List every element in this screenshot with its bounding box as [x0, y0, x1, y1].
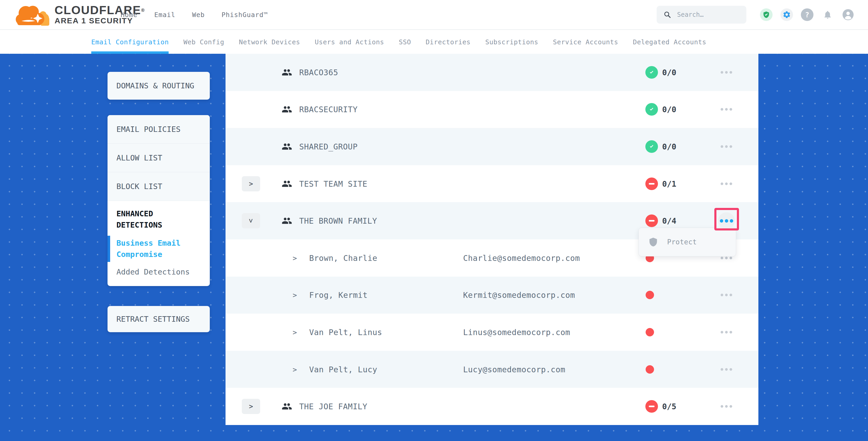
status-dot-blocked	[646, 291, 654, 299]
table-row: RBACSECURITY 0/0	[225, 91, 758, 128]
nav-web[interactable]: Web	[192, 11, 205, 19]
person-name: Van Pelt, Linus	[309, 327, 382, 337]
status-badge-ok	[645, 140, 658, 153]
tab-service-accounts[interactable]: Service Accounts	[553, 30, 618, 54]
shield-icon	[648, 237, 658, 247]
nav-home[interactable]: Home	[121, 11, 137, 19]
table-row: SHARED_GROUP 0/0	[225, 128, 758, 165]
search-input[interactable]	[677, 11, 743, 18]
status-dot-blocked	[646, 328, 654, 336]
tab-email-configuration[interactable]: Email Configuration	[91, 30, 168, 54]
tab-directories[interactable]: Directories	[426, 30, 470, 54]
sidebar-item-email-policies[interactable]: EMAIL POLICIES	[107, 115, 210, 144]
group-name: THE JOE FAMILY	[299, 402, 367, 411]
top-nav: Home Email Web PhishGuard™	[121, 0, 268, 29]
status-badge-ok	[645, 103, 658, 116]
group-name: SHARED_GROUP	[299, 142, 358, 151]
tab-web-config[interactable]: Web Config	[183, 30, 224, 54]
sidebar-policies-card: EMAIL POLICIES ALLOW LIST BLOCK LIST ENH…	[107, 115, 210, 286]
group-name: RBACO365	[299, 68, 338, 77]
sidebar-item-business-email-compromise[interactable]: Business Email Compromise	[117, 238, 198, 260]
group-icon	[282, 216, 292, 226]
status-badge-blocked	[645, 400, 658, 413]
protected-count: 0/4	[662, 216, 676, 225]
group-icon	[282, 141, 292, 152]
sidebar-enhanced-detections-title[interactable]: ENHANCED DETECTIONS	[117, 208, 198, 231]
tab-bar: Email Configuration Web Config Network D…	[0, 30, 868, 54]
sidebar-item-block-list[interactable]: BLOCK LIST	[107, 172, 210, 201]
row-menu-button[interactable]	[721, 145, 732, 148]
table-row: > THE JOE FAMILY 0/5	[225, 388, 758, 425]
expand-row-button[interactable]: >	[242, 176, 260, 191]
menu-item-protect[interactable]: Protect	[667, 238, 697, 246]
chevron-right-icon: >	[293, 328, 297, 336]
person-name: Van Pelt, Lucy	[309, 365, 377, 374]
sidebar-retract-settings-label: RETRACT SETTINGS	[117, 315, 190, 323]
status-badge-blocked	[645, 215, 658, 227]
tabs: Email Configuration Web Config Network D…	[91, 30, 706, 54]
header-icon-group: ?	[760, 0, 855, 29]
chevron-right-icon: >	[293, 254, 297, 262]
table-row: > Frog, Kermit Kermit@somedemocorp.com	[225, 277, 758, 314]
table-row: > Van Pelt, Lucy Lucy@somedemocorp.com	[225, 351, 758, 388]
protected-count: 0/0	[662, 142, 676, 151]
sidebar-block-list-label: BLOCK LIST	[117, 182, 162, 191]
search-box[interactable]	[657, 6, 746, 24]
status-badge-blocked	[645, 178, 658, 190]
table-row: > Van Pelt, Linus Linus@somedemocorp.com	[225, 314, 758, 351]
highlight-box	[714, 208, 739, 230]
group-icon	[282, 104, 292, 115]
shield-check-icon[interactable]	[760, 8, 773, 21]
groups-table: RBACO365 0/0 RBACSECURITY 0/0 SHARED_GRO…	[225, 54, 758, 425]
collapse-row-button[interactable]: >	[242, 213, 260, 228]
row-menu-button[interactable]	[721, 405, 732, 408]
person-email: Linus@somedemocorp.com	[463, 327, 570, 337]
row-context-menu: Protect	[639, 228, 736, 256]
bell-icon[interactable]	[821, 8, 834, 21]
group-icon	[282, 67, 292, 77]
chevron-right-icon: >	[293, 365, 297, 373]
sidebar-item-added-detections[interactable]: Added Detections	[117, 266, 198, 278]
sidebar-allow-list-label: ALLOW LIST	[117, 153, 162, 162]
group-name: RBACSECURITY	[299, 105, 358, 114]
search-icon	[663, 11, 671, 19]
protected-count: 0/0	[662, 105, 676, 114]
sidebar-item-retract-settings[interactable]: RETRACT SETTINGS	[107, 306, 210, 332]
person-email: Charlie@somedemocorp.com	[463, 253, 580, 262]
row-menu-button[interactable]	[721, 108, 732, 111]
help-icon[interactable]: ?	[801, 8, 813, 21]
table-row: > TEST TEAM SITE 0/1	[225, 165, 758, 202]
protected-count: 0/0	[662, 68, 676, 77]
nav-phishguard[interactable]: PhishGuard™	[222, 11, 268, 19]
person-email: Lucy@somedemocorp.com	[463, 365, 565, 374]
tab-subscriptions[interactable]: Subscriptions	[485, 30, 538, 54]
person-email: Kermit@somedemocorp.com	[463, 290, 575, 300]
table-row: RBACO365 0/0	[225, 54, 758, 91]
row-menu-button[interactable]	[721, 331, 732, 334]
row-menu-button[interactable]	[721, 257, 732, 259]
app-header: CLOUDFLARE® AREA 1 SECURITY Home Email W…	[0, 0, 868, 30]
sidebar-item-allow-list[interactable]: ALLOW LIST	[107, 144, 210, 172]
chevron-right-icon: >	[249, 180, 253, 187]
nav-email[interactable]: Email	[154, 11, 175, 19]
row-menu-button[interactable]	[721, 294, 732, 296]
tab-users-and-actions[interactable]: Users and Actions	[315, 30, 384, 54]
app-screen: CLOUDFLARE® AREA 1 SECURITY Home Email W…	[0, 0, 868, 441]
protected-count: 0/1	[662, 179, 676, 188]
tab-network-devices[interactable]: Network Devices	[239, 30, 300, 54]
row-menu-button[interactable]	[721, 183, 732, 185]
group-icon	[282, 401, 292, 412]
row-menu-button[interactable]	[721, 368, 732, 371]
expand-row-button[interactable]: >	[242, 399, 260, 414]
sidebar-item-domains-routing[interactable]: DOMAINS & ROUTING	[107, 72, 210, 100]
gear-icon[interactable]	[780, 8, 793, 21]
chevron-down-icon: >	[248, 219, 254, 223]
protected-count: 0/5	[662, 402, 676, 411]
tab-sso[interactable]: SSO	[399, 30, 411, 54]
sidebar-section-enhanced-detections: ENHANCED DETECTIONS Business Email Compr…	[107, 201, 210, 278]
row-menu-button[interactable]	[721, 71, 732, 74]
chevron-right-icon: >	[249, 403, 253, 410]
sidebar-domains-routing-label: DOMAINS & ROUTING	[117, 81, 194, 90]
avatar-icon[interactable]	[842, 8, 855, 21]
tab-delegated-accounts[interactable]: Delegated Accounts	[633, 30, 706, 54]
